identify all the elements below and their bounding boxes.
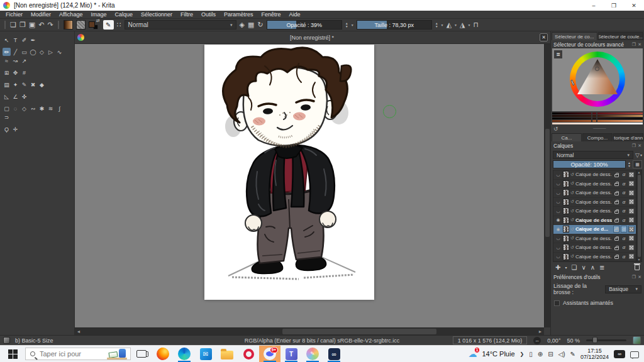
brush-editor-button[interactable]: ✎ — [103, 20, 114, 30]
shade-strip[interactable] — [552, 118, 643, 119]
canvas-viewport[interactable] — [75, 44, 544, 327]
tool-text[interactable]: T — [11, 36, 19, 44]
tool-assistants[interactable]: ◺ — [3, 92, 11, 101]
layer-lock-icon[interactable] — [613, 217, 619, 224]
menu-fichier[interactable]: Fichier — [6, 11, 23, 18]
taskbar-search[interactable] — [25, 348, 131, 360]
minimize-button[interactable]: – — [584, 0, 604, 11]
tool-rect-select[interactable]: ▢ — [3, 104, 11, 112]
canvas-angle[interactable]: 0,00° — [547, 337, 560, 344]
display-icon[interactable]: ⊟ — [548, 351, 553, 358]
mirror-horizontal-icon[interactable]: ◭ — [447, 21, 452, 28]
shade-strip[interactable] — [552, 120, 643, 122]
brush-smoothing-dropdown[interactable]: Basique ▾ — [605, 285, 641, 293]
tool-ellipse-select[interactable]: ◌ — [11, 104, 19, 112]
canvas-paper[interactable] — [204, 45, 374, 300]
tool-color-sampler[interactable]: ✦ — [11, 80, 19, 89]
tool-ellipse[interactable]: ◯ — [29, 48, 37, 56]
tool-bezier[interactable]: ∿ — [55, 48, 64, 56]
tool-move[interactable]: ✥ — [11, 69, 19, 77]
tool-rectangle[interactable]: ▭ — [20, 48, 28, 56]
blend-mode-dropdown[interactable]: Normal ▾ — [125, 20, 236, 30]
shade-strip[interactable] — [552, 115, 643, 117]
tool-gradient[interactable]: ▤ — [3, 80, 11, 89]
menu-affichage[interactable]: Affichage — [59, 11, 82, 18]
taskbar-explorer[interactable] — [216, 346, 238, 362]
tool-freehand-brush[interactable]: ✏ — [3, 48, 11, 56]
tool-crop[interactable]: # — [20, 69, 28, 77]
pattern-swatch[interactable] — [76, 20, 86, 30]
layer-list-scrollbar[interactable]: ▲ ▼ — [636, 170, 641, 261]
layer-inherit-alpha-icon[interactable] — [628, 199, 635, 206]
layer-visibility-icon[interactable]: ◡ — [555, 172, 562, 177]
eraser-mode-icon[interactable]: ◈ — [240, 21, 245, 28]
tab-color-selector[interactable]: Sélecteur de co... — [552, 32, 597, 40]
canvas-horizontal-scrollbar[interactable]: ◄ ► — [75, 327, 544, 335]
snap-assistants-checkbox[interactable] — [554, 300, 560, 306]
selector-settings-icon[interactable]: ≣ — [554, 50, 562, 58]
brush-size-slider[interactable]: Taille : 78,30 px — [357, 20, 432, 30]
scroll-left-arrow[interactable]: ◄ — [75, 329, 82, 334]
layer-inherit-alpha-icon[interactable] — [628, 217, 635, 224]
layer-lock-icon[interactable] — [613, 253, 619, 260]
tab-layers[interactable]: Ca... — [552, 133, 582, 141]
brush-preset-name[interactable]: b) Basic-5 Size — [15, 337, 53, 344]
layer-visibility-icon[interactable]: ◡ — [555, 199, 562, 204]
layer-visibility-icon[interactable]: ◡ — [555, 236, 562, 241]
layer-lock-icon[interactable] — [613, 180, 619, 187]
hidden-icons-chevron[interactable]: ❯ — [520, 351, 525, 357]
layer-name[interactable]: Calque de dess... — [575, 236, 612, 241]
layer-inherit-alpha-icon[interactable] — [628, 244, 635, 251]
layer-name[interactable]: Calque de dess... — [575, 190, 612, 195]
layer-row[interactable]: ◡↺ Calque de dess... α — [553, 207, 636, 216]
opacity-slider[interactable]: Opacité : 39% — [267, 20, 342, 30]
tool-smart-patch[interactable]: ✖ — [29, 80, 37, 89]
close-docker-icon[interactable]: ✕ — [638, 42, 641, 47]
open-document-icon[interactable]: ❐ — [19, 21, 26, 28]
shade-strip[interactable] — [552, 123, 643, 124]
canvas-only-mode-button[interactable] — [633, 336, 641, 344]
layer-lock-icon[interactable] — [613, 189, 619, 196]
layer-options-button[interactable]: ▦ — [633, 160, 642, 168]
maximize-button[interactable]: ❐ — [604, 0, 624, 11]
layer-name[interactable]: Calque de d... — [575, 226, 612, 232]
add-layer-button[interactable]: ✚ — [555, 264, 560, 271]
add-layer-arrow[interactable]: ▾ — [565, 265, 567, 270]
layer-row[interactable]: ◡↺ Calque de dess... α — [553, 243, 636, 253]
layer-alpha-icon[interactable]: α — [621, 180, 627, 187]
layer-scroll-thumb[interactable] — [638, 175, 641, 257]
tool-dynamic-brush[interactable]: ↝ — [11, 57, 19, 65]
layer-name[interactable]: Calque de dess... — [575, 199, 612, 205]
layer-row[interactable]: ◡↺ Calque de dess... α — [553, 253, 636, 262]
chevron-down-icon[interactable]: ▾ — [455, 23, 457, 27]
layer-visibility-icon[interactable]: ◡ — [555, 190, 562, 195]
layer-name[interactable]: Calque de dess... — [575, 172, 612, 177]
layer-row[interactable]: ◡↺ Calque de dess... α — [553, 234, 636, 244]
tool-pattern-edit[interactable]: ✎ — [20, 80, 28, 89]
taskbar-app-dark[interactable]: ∞ — [323, 346, 345, 362]
layer-name[interactable]: Calque de dess... — [575, 254, 612, 260]
brush-size-spinner[interactable]: ▲▼ — [435, 22, 438, 28]
layer-alpha-icon[interactable]: α — [621, 226, 627, 233]
weather-icon[interactable]: ☁1 — [468, 349, 477, 358]
foreground-color[interactable] — [89, 21, 95, 28]
zoom-slider-thumb[interactable] — [592, 337, 597, 343]
tab-compositions[interactable]: Compo... — [582, 133, 613, 141]
layer-inherit-alpha-icon[interactable] — [628, 180, 635, 187]
layer-inherit-alpha-icon[interactable] — [628, 226, 635, 233]
menu-aide[interactable]: Aide — [289, 11, 301, 18]
chevron-down-icon[interactable]: ▾ — [441, 23, 443, 27]
layer-name[interactable]: Calque de dess... — [575, 181, 612, 187]
layer-visibility-icon[interactable]: ◡ — [555, 254, 562, 259]
float-docker-icon[interactable]: ❐ — [632, 143, 636, 148]
layer-filter-icon[interactable]: ▽▾ — [635, 152, 642, 158]
layer-alpha-icon[interactable]: α — [621, 199, 627, 206]
layer-row[interactable]: ◉↺ Calque de dess... α — [553, 216, 636, 226]
tool-calligraphy[interactable]: ✒ — [29, 36, 37, 44]
layer-lock-icon[interactable] — [613, 244, 619, 251]
layer-inherit-alpha-icon[interactable] — [628, 189, 635, 196]
layer-lock-icon[interactable] — [613, 171, 619, 178]
start-button[interactable] — [0, 346, 25, 362]
clock[interactable]: 17:15 07/12/2024 — [580, 348, 609, 360]
layer-alpha-icon[interactable]: α — [621, 253, 627, 260]
